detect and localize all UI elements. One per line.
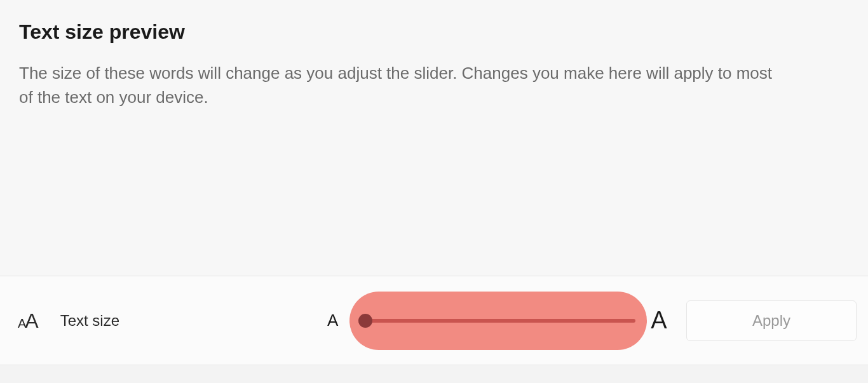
apply-button[interactable]: Apply — [686, 300, 857, 341]
preview-description: The size of these words will change as y… — [19, 62, 782, 109]
text-size-slider[interactable] — [349, 292, 647, 350]
text-size-preview-panel: Text size preview The size of these word… — [0, 0, 868, 276]
bottom-strip — [0, 365, 868, 383]
slider-thumb[interactable] — [358, 314, 372, 328]
text-size-slider-group: A A — [327, 292, 667, 350]
text-size-icon: AA — [18, 311, 39, 331]
slider-track[interactable] — [361, 319, 635, 323]
text-size-label: Text size — [60, 312, 119, 330]
slider-max-letter: A — [651, 307, 667, 334]
slider-min-letter: A — [327, 311, 338, 330]
text-size-control-row: AA Text size A A Apply — [0, 276, 868, 365]
preview-title: Text size preview — [19, 20, 849, 44]
